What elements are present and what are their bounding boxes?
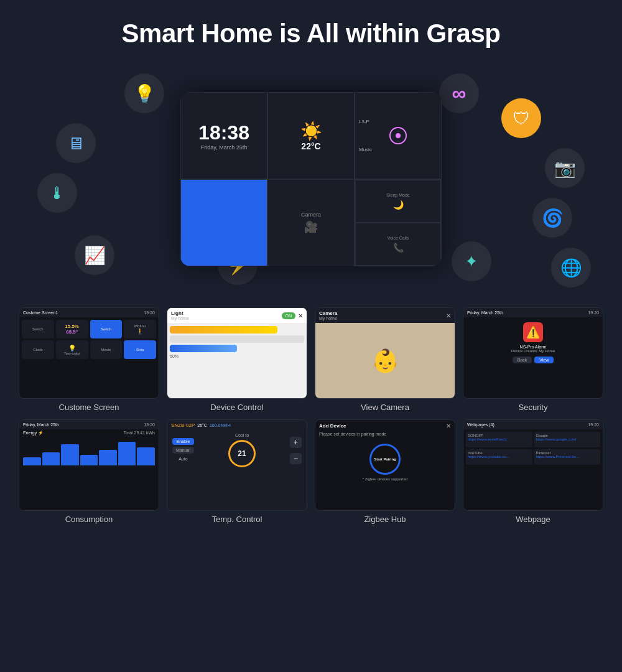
voice-cell: Voice Calls 📞 <box>355 223 441 266</box>
ss-temp-body: Enable Manual Auto Cool to 21 + − <box>167 431 307 470</box>
logo-cell <box>180 179 267 266</box>
l3p-label: L3-P <box>359 119 369 124</box>
ss-zigbee-subtitle: Please set devices in pairing mode <box>315 432 455 439</box>
label-view-camera: View Camera <box>361 403 409 412</box>
phone-icon: 📞 <box>393 243 404 253</box>
ss-cell-switch2: Switch <box>90 320 123 338</box>
ss-minus-button[interactable]: − <box>290 453 302 464</box>
ss-plus-button[interactable]: + <box>290 437 302 448</box>
ss-cell-motion: Motion🚶 <box>124 320 156 338</box>
ss-cool-to-label: Cool to <box>235 433 249 437</box>
ss-device-percent: 60% <box>170 354 304 358</box>
ss-cell-movie: Movie <box>90 340 123 359</box>
screenshot-temp-control: SNZB-02P 26°C 100.0%RH Enable Manual Aut… <box>167 419 307 511</box>
page-title: Smart Home is All within Grasp <box>12 19 610 49</box>
temp-display: 22°C <box>301 141 320 151</box>
ss-zigbee-dial: Start Pairing <box>369 444 401 475</box>
music-loop-icon: ∞ <box>439 73 479 113</box>
bar-6 <box>118 442 136 465</box>
ss-start-pairing-label: Start Pairing <box>374 457 396 461</box>
ss-temp-val: 26°C <box>197 423 207 427</box>
ss-temp-dial: 21 <box>228 440 256 467</box>
sleep-icon: 🌙 <box>393 200 404 210</box>
ss-temp-dial-area: Cool to 21 <box>228 433 256 467</box>
ss-zigbee-title: Add Device <box>319 423 346 429</box>
screenshot-consumption: Friday, March 25th 19:20 Energy ⚡ Total … <box>19 419 159 511</box>
zigbee-icon: ✦ <box>452 241 491 281</box>
label-zigbee-hub: Zigbee Hub <box>364 515 406 524</box>
ss-camera-title: Camera <box>319 310 337 316</box>
ss-security-buttons: Back View <box>513 357 554 363</box>
ss-custom-grid: Switch 15.5% 65.5° Switch Motion🚶 Clock … <box>19 317 159 362</box>
ss-temp-plusminus: + − <box>290 437 302 464</box>
ss-web-sonoff1: SONOFF https://www.sonoff.tech/ <box>466 432 532 447</box>
ss-device-title: Light <box>171 310 189 316</box>
camera-cell: Camera 🎥 <box>267 179 355 266</box>
ss-temp-header: SNZB-02P 26°C 100.0%RH <box>167 420 307 431</box>
fan-icon: 🌀 <box>532 198 572 238</box>
grid-item-consumption: Friday, March 25th 19:20 Energy ⚡ Total … <box>19 419 159 524</box>
music-cell: L3-P Music <box>355 92 442 179</box>
screenshot-security: Friday, March 25th 19:20 ⚠️ NS-Pro Alarm… <box>463 307 603 399</box>
right-bottom-cells: Sleep Mode 🌙 Voice Calls 📞 <box>355 179 442 266</box>
screenshot-zigbee-hub: Add Device ✕ Please set devices in pairi… <box>315 419 455 511</box>
ss-cell-twocolor: 💡Two-color <box>56 340 88 359</box>
ss-zigbee-body: Start Pairing * Zigbee devices supported <box>315 439 455 486</box>
ss-bar-blue <box>170 345 237 352</box>
ss-consumption-chart <box>19 437 159 468</box>
ss-alert-icon: ⚠️ <box>523 322 543 342</box>
ss-manual-button[interactable]: Manual <box>172 447 194 454</box>
ss-temp-humidity: 100.0%RH <box>210 423 231 427</box>
grid-item-security: Friday, March 25th 19:20 ⚠️ NS-Pro Alarm… <box>463 307 603 412</box>
ss-custom-time: 19:20 <box>144 310 155 315</box>
music-ring-icon <box>389 127 407 144</box>
ss-enable-button[interactable]: Enable <box>172 438 194 445</box>
bulb-icon: 💡 <box>124 73 164 113</box>
ss-consumption-time: 19:20 <box>144 422 155 427</box>
tv-icon: 🖥 <box>56 123 96 163</box>
ss-zigbee-header: Add Device ✕ <box>315 420 455 432</box>
device-screen: 18:38 Friday, March 25th ☀️ 22°C L3-P Mu… <box>180 92 442 266</box>
ss-security-date: Friday, March 25th <box>467 310 503 315</box>
grid-item-zigbee-hub: Add Device ✕ Please set devices in pairi… <box>315 419 455 524</box>
ss-bar-gray <box>170 335 304 343</box>
ss-webpage-grid: SONOFF https://www.sonoff.tech/ Google h… <box>463 429 603 467</box>
ss-web-youtube: YouTube https://www.youtube.co... <box>466 449 532 465</box>
ss-camera-close-icon: ✕ <box>446 312 451 319</box>
www-icon: 🌐 <box>551 248 591 287</box>
bottom-grid: Custome Screen1 19:20 Switch 15.5% 65.5°… <box>0 297 622 534</box>
ss-consumption-title: Energy ⚡ <box>23 431 44 436</box>
hero-section: 💡 🖥 🌡 📈 ⚡ ∞ 🛡 📷 🌀 ✦ 🌐 18:38 Friday, Marc… <box>0 61 622 297</box>
ss-temp-buttons: Enable Manual Auto <box>172 438 194 462</box>
ss-webpage-header: Webpages (4) 19:20 <box>463 420 603 429</box>
ss-cell-ths: 15.5% 65.5° <box>56 320 88 338</box>
ss-zigbee-note: * Zigbee devices supported <box>363 477 408 481</box>
bar-7 <box>137 447 155 465</box>
ss-device-toggle: ON <box>282 312 296 319</box>
grid-item-temp-control: SNZB-02P 26°C 100.0%RH Enable Manual Aut… <box>167 419 307 524</box>
ss-device-bars: 60% <box>167 324 307 361</box>
ss-alert-location: Device Locates: My Home <box>511 349 555 353</box>
voice-label: Voice Calls <box>388 236 409 240</box>
label-temp-control: Temp. Control <box>212 515 262 524</box>
ss-alert-name: NS-Pro Alarm <box>520 345 547 349</box>
ss-consumption-title-row: Energy ⚡ Total 29.41 kWh <box>19 429 159 437</box>
date-display: Friday, March 25th <box>201 144 247 151</box>
screenshot-custom-screen: Custome Screen1 19:20 Switch 15.5% 65.5°… <box>19 307 159 399</box>
chart-icon: 📈 <box>75 235 114 275</box>
weather-cell: ☀️ 22°C <box>267 92 355 179</box>
sleep-label: Sleep Mode <box>386 193 409 197</box>
ss-cell-switch: Switch <box>22 320 54 338</box>
ss-view-button[interactable]: View <box>534 357 554 363</box>
ss-device-header: Light My home ON ✕ <box>167 308 307 324</box>
ss-camera-subtitle: My home <box>319 316 337 320</box>
ss-zigbee-close-icon: ✕ <box>446 422 451 429</box>
ss-back-button[interactable]: Back <box>513 357 532 363</box>
ss-security-time: 19:20 <box>588 310 599 315</box>
bar-4 <box>80 455 98 465</box>
bar-1 <box>23 457 41 465</box>
ss-auto-button[interactable]: Auto <box>172 455 194 462</box>
ss-consumption-date: Friday, March 25th <box>23 422 59 427</box>
screenshot-view-camera: Camera My home ✕ 👶 <box>315 307 455 399</box>
ss-custom-header: Custome Screen1 19:20 <box>19 308 159 317</box>
